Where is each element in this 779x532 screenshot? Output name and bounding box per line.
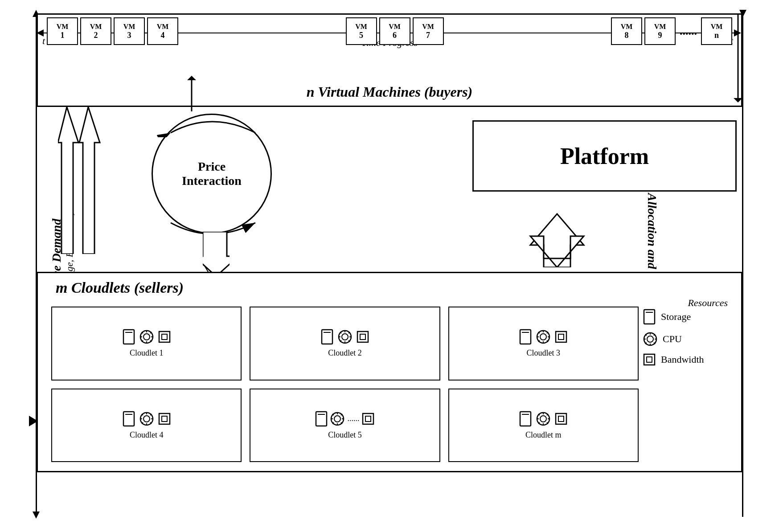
cloudlet-item-m: Cloudlet m <box>448 389 639 462</box>
svg-point-95 <box>647 336 653 342</box>
bandwidth-icon-c3 <box>555 331 567 343</box>
cloudlet-3-label: Cloudlet 3 <box>527 348 561 358</box>
vm-box-9: VM 9 <box>644 17 676 45</box>
svg-rect-36 <box>520 330 531 344</box>
storage-icon-c4 <box>123 411 135 427</box>
vm-dots: ...... <box>678 25 699 38</box>
cloudlet-item-5: ...... Cloudlet 5 <box>250 389 440 462</box>
bandwidth-icon-c1 <box>158 331 171 343</box>
platform-cloudlet-arrow <box>512 192 602 267</box>
svg-point-81 <box>540 416 546 422</box>
storage-icon-c2 <box>321 329 333 345</box>
storage-icon-c5 <box>315 411 328 427</box>
vm-box-7: VM 7 <box>413 17 444 45</box>
svg-rect-8 <box>123 330 134 344</box>
cloudlet-2-label: Cloudlet 2 <box>328 348 362 358</box>
svg-rect-35 <box>360 334 365 340</box>
bandwidth-icon-c5 <box>362 413 374 425</box>
platform-text: Platform <box>560 143 649 169</box>
svg-rect-78 <box>520 412 531 426</box>
svg-rect-21 <box>162 334 167 340</box>
svg-marker-1 <box>79 107 100 254</box>
vm-title: n Virtual Machines (buyers) <box>307 84 473 100</box>
storage-icon-c1 <box>123 329 135 345</box>
cloudlets-section: m Cloudlets (sellers) Resources Cloudlet… <box>37 272 742 472</box>
down-arrow-from-circle <box>203 232 230 276</box>
vm-box-n: VM n <box>701 17 732 45</box>
bandwidth-icon-c4 <box>158 413 171 425</box>
platform-box: Platform <box>472 120 737 192</box>
vm-box-3: VM 3 <box>114 17 145 45</box>
svg-rect-22 <box>322 330 332 344</box>
bandwidth-icon-cm <box>555 413 567 425</box>
vm-right-arrow <box>734 13 742 102</box>
legend-storage-label: Storage <box>661 311 691 323</box>
vm-box-8: VM 8 <box>611 17 642 45</box>
storage-icon-cm <box>519 411 532 427</box>
bandwidth-icon-c2 <box>357 331 369 343</box>
up-arrows-svg <box>58 107 102 254</box>
cpu-icon-c3 <box>536 330 550 344</box>
svg-rect-92 <box>644 310 655 324</box>
time-start-label: t <box>42 35 45 47</box>
svg-point-39 <box>540 334 546 340</box>
resource-legend: Storage CPU Bandwidth <box>643 309 732 366</box>
cloudlet-item-1: Cloudlet 1 <box>51 307 242 381</box>
svg-point-53 <box>144 416 150 422</box>
vm-box-4: VM 4 <box>147 17 178 45</box>
svg-rect-49 <box>558 334 564 340</box>
cloudlet-1-label: Cloudlet 1 <box>130 348 164 358</box>
cpu-icon-c1 <box>139 330 154 344</box>
vm-box-1: VM 1 <box>47 17 78 45</box>
svg-rect-77 <box>365 416 371 422</box>
legend-storage-icon <box>643 309 656 325</box>
svg-point-11 <box>144 334 150 340</box>
storage-icon-c3 <box>519 329 532 345</box>
svg-marker-109 <box>734 98 742 102</box>
legend-cpu-icon <box>643 332 657 346</box>
cloudlet-item-2: Cloudlet 2 <box>250 307 440 381</box>
cloudlet-4-label: Cloudlet 4 <box>130 430 164 440</box>
legend-cpu-label: CPU <box>663 333 682 345</box>
svg-marker-107 <box>187 76 196 80</box>
circle-top-arrow-svg <box>148 110 275 137</box>
legend-bandwidth-icon <box>643 353 656 366</box>
legend-bandwidth-label: Bandwidth <box>661 354 704 365</box>
vm-box-5: VM 5 <box>346 17 377 45</box>
up-to-vm-arrow <box>125 76 258 111</box>
cpu-icon-c2 <box>338 330 352 344</box>
svg-point-25 <box>342 334 348 340</box>
cloudlet-item-4: Cloudlet 4 <box>51 389 242 462</box>
vm-box-2: VM 2 <box>80 17 111 45</box>
svg-rect-105 <box>647 357 652 362</box>
cloudlet-5-label: Cloudlet 5 <box>328 430 362 440</box>
svg-marker-0 <box>58 107 78 254</box>
cloudlet-item-3: Cloudlet 3 <box>448 307 639 381</box>
svg-rect-64 <box>316 412 327 426</box>
cloudlets-title: m Cloudlets (sellers) <box>56 279 184 296</box>
cpu-icon-c4 <box>139 412 154 426</box>
cloudlet-m-label: Cloudlet m <box>525 430 562 440</box>
svg-rect-91 <box>558 416 564 422</box>
svg-rect-50 <box>123 412 134 426</box>
cpu-icon-cm <box>536 412 550 426</box>
vm-box-6: VM 6 <box>379 17 410 45</box>
svg-rect-63 <box>162 416 167 422</box>
resources-label: Resources <box>688 297 728 309</box>
svg-point-67 <box>334 416 340 422</box>
cpu-icon-c5 <box>330 412 344 426</box>
